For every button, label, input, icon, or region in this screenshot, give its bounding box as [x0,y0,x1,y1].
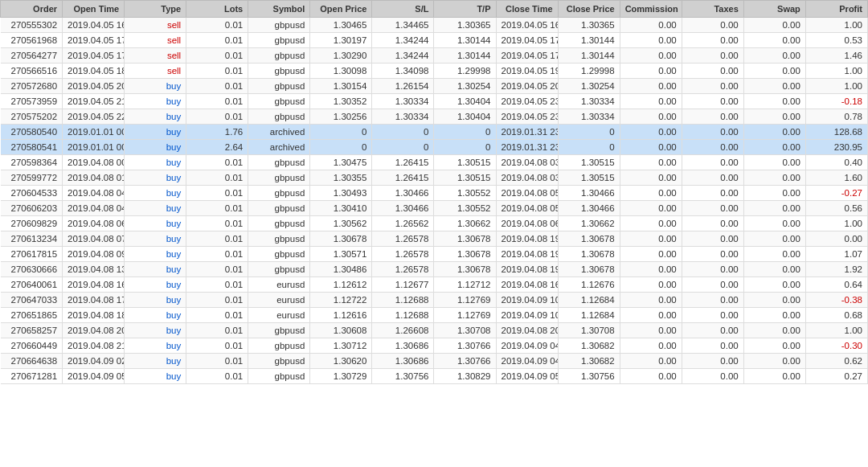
table-cell: 1.29998 [434,63,496,79]
table-cell: gbpusd [248,48,310,63]
table-cell: 1.30756 [372,369,434,384]
table-cell: 2019.04.05 16:27:54 [496,18,558,33]
table-cell: 2019.01.31 23:59:59 [496,140,558,155]
table-cell: gbpusd [248,354,310,369]
table-cell: gbpusd [248,247,310,262]
table-cell: 270575202 [1,109,63,125]
table-cell: 1.30466 [558,201,620,216]
table-cell: 2019.04.08 20:00:01 [63,323,125,338]
table-cell: 2019.04.08 13:30:04 [63,262,125,277]
table-cell: 1.30756 [558,369,620,384]
table-cell: 1.30515 [434,170,496,186]
table-cell: 0.01 [186,155,248,170]
table-cell: 0.78 [805,109,867,125]
table-cell: 1.30365 [434,18,496,33]
table-cell: 0.00 [743,277,805,293]
table-cell: 1.00 [805,18,867,33]
table-cell: 0.01 [186,308,248,323]
table-cell: 1.12769 [434,293,496,308]
table-cell: 1.30254 [434,79,496,94]
table-cell: 1.30334 [558,109,620,125]
table-cell: gbpusd [248,155,310,170]
table-cell: 2019.04.05 19:02:59 [496,63,558,79]
table-cell: 2019.04.09 10:30:23 [496,293,558,308]
table-cell: 2019.04.08 06:00:04 [63,216,125,231]
table-cell: 1.30678 [558,247,620,262]
table-cell: 0.00 [682,94,743,109]
table-cell: -0.30 [805,338,867,354]
table-cell: buy [125,125,186,140]
table-cell: 0.00 [743,338,805,354]
table-cell: 1.30662 [434,216,496,231]
table-cell: 0.01 [186,354,248,369]
table-cell: 0.00 [620,48,682,63]
table-row: 2705752022019.04.05 22:30:04buy0.01gbpus… [1,109,868,125]
table-row: 2705983642019.04.08 00:01:07buy0.01gbpus… [1,155,868,170]
table-cell: 1.29998 [558,63,620,79]
table-cell: eurusd [248,308,310,323]
table-row: 2706712812019.04.09 05:00:04buy0.01gbpus… [1,369,868,384]
table-cell: 270580540 [1,125,63,140]
table-cell: 1.34244 [372,48,434,63]
table-cell: 1.30515 [558,170,620,186]
table-cell: 1.30144 [558,33,620,48]
table-cell: 2019.04.09 05:00:04 [63,369,125,384]
table-cell: 2019.04.05 18:00:11 [63,63,125,79]
table-cell: 270572680 [1,79,63,94]
table-cell: 0.00 [620,293,682,308]
table-cell: 0.00 [682,186,743,201]
table-cell: 270617815 [1,247,63,262]
table-cell: 2.64 [186,140,248,155]
table-row: 2706604492019.04.08 21:00:02buy0.01gbpus… [1,338,868,354]
table-cell: 1.30678 [434,262,496,277]
table-cell: 1.12688 [372,308,434,323]
table-cell: archived [248,140,310,155]
table-cell: 1.26578 [372,231,434,247]
table-cell: 1.30144 [434,33,496,48]
table-cell: sell [125,18,186,33]
table-cell: 0.00 [682,201,743,216]
col-profit: Profit [805,1,867,18]
table-cell: gbpusd [248,94,310,109]
table-cell: 1.30352 [310,94,372,109]
table-cell: 0.00 [743,323,805,338]
table-cell: 1.30708 [434,323,496,338]
table-cell: 2019.04.08 18:00:05 [63,308,125,323]
table-cell: 0.68 [805,308,867,323]
table-cell: 0 [310,125,372,140]
table-cell: 2019.04.05 22:30:04 [63,109,125,125]
table-cell: 0.00 [743,125,805,140]
table-cell: 1.30678 [434,247,496,262]
table-cell: 0 [558,140,620,155]
table-cell: 0.00 [620,277,682,293]
table-cell: 1.30515 [434,155,496,170]
table-cell: 0.00 [620,369,682,384]
table-cell: 0.01 [186,277,248,293]
table-cell: 1.12684 [558,293,620,308]
table-cell: 1.26578 [372,247,434,262]
table-cell: 0.01 [186,18,248,33]
table-cell: 0.27 [805,369,867,384]
table-cell: buy [125,109,186,125]
table-cell: 2019.04.09 10:30:23 [496,308,558,323]
table-cell: 0.01 [186,33,248,48]
table-cell: 0.53 [805,33,867,48]
table-cell: 0.00 [620,231,682,247]
table-cell: 0.56 [805,201,867,216]
table-cell: 0.01 [186,369,248,384]
table-row: 2706098292019.04.08 06:00:04buy0.01gbpus… [1,216,868,231]
table-cell: 2019.04.05 17:57:22 [496,48,558,63]
table-cell: 2019.04.05 17:57:22 [496,33,558,48]
table-cell: 0.00 [743,231,805,247]
table-cell: 230.95 [805,140,867,155]
table-cell: 2019.04.08 09:30:01 [63,247,125,262]
table-cell: 0.00 [743,170,805,186]
col-lots: Lots [186,1,248,18]
table-cell: 1.12676 [558,277,620,293]
table-cell: archived [248,125,310,140]
table-cell: 0 [310,140,372,155]
table-cell: 1.30466 [372,186,434,201]
table-cell: sell [125,63,186,79]
table-cell: 0.00 [682,354,743,369]
table-cell: gbpusd [248,231,310,247]
